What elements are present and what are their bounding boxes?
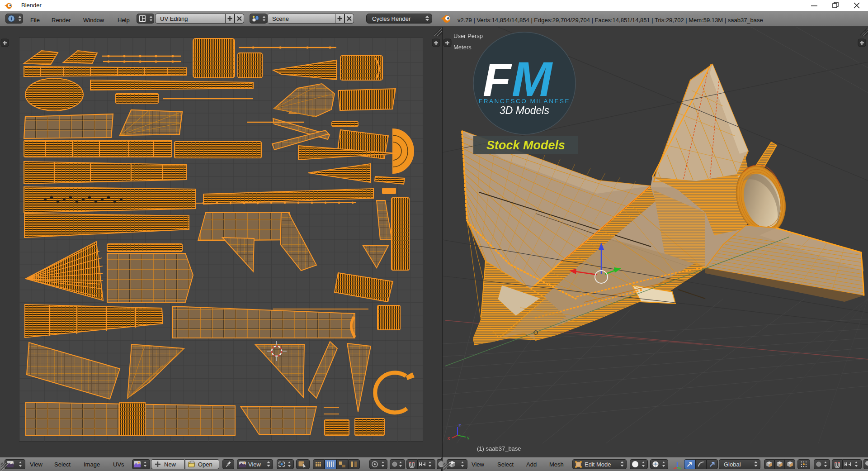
- svg-text:(1) saab37_base: (1) saab37_base: [477, 445, 521, 452]
- svg-text:Meters: Meters: [453, 44, 472, 51]
- svg-text:3D Models: 3D Models: [500, 105, 549, 116]
- svg-text:User Persp: User Persp: [453, 33, 483, 39]
- svg-text:FRANCESCO MILANESE: FRANCESCO MILANESE: [479, 98, 570, 105]
- svg-text:i: i: [10, 16, 12, 21]
- svg-text:y: y: [467, 435, 470, 440]
- svg-text:x: x: [448, 435, 450, 441]
- svg-text:z: z: [458, 423, 461, 428]
- svg-text:Stock Models: Stock Models: [486, 138, 565, 152]
